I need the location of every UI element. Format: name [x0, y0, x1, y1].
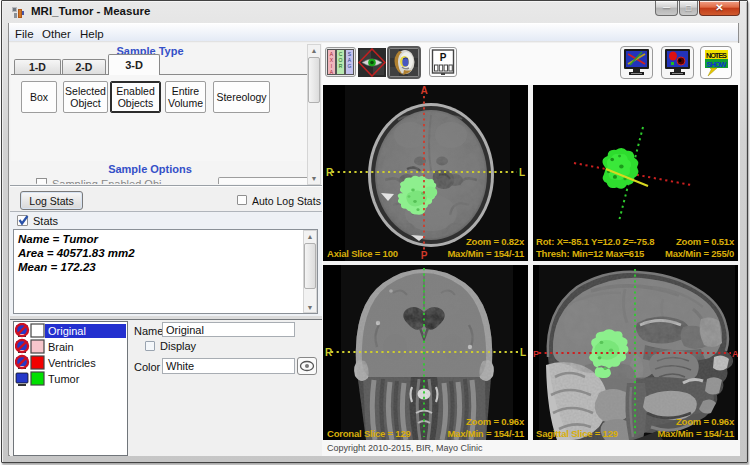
- svg-text:SHOW: SHOW: [707, 60, 727, 69]
- svg-text:A: A: [732, 349, 738, 359]
- svg-text:P: P: [533, 349, 539, 359]
- svg-text:P: P: [440, 52, 447, 63]
- svg-text:R: R: [326, 167, 334, 178]
- svg-text:NOTES: NOTES: [706, 51, 727, 60]
- svg-text:G: G: [348, 63, 352, 69]
- svg-text:R: R: [325, 347, 333, 358]
- svg-text:L: L: [520, 347, 526, 358]
- svg-text:R: R: [339, 63, 343, 69]
- svg-text:L: L: [519, 167, 525, 178]
- svg-text:A: A: [420, 85, 427, 96]
